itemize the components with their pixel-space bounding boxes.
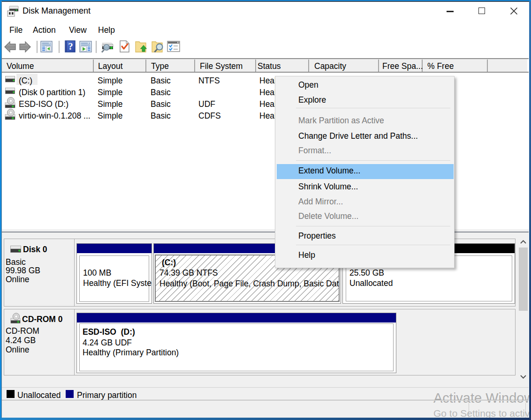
svg-text:?: ? — [68, 41, 73, 52]
